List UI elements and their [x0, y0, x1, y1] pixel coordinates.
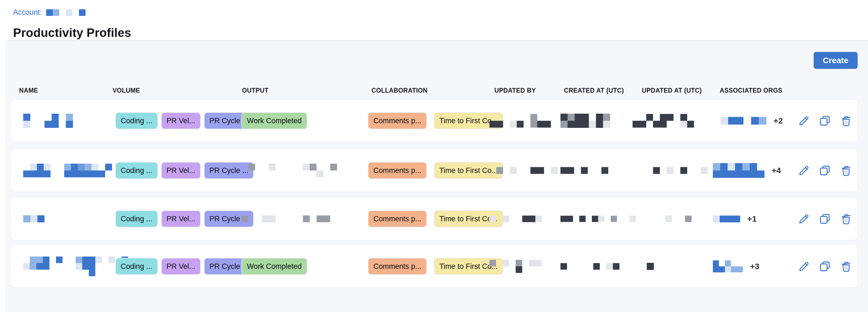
edit-button[interactable]: [797, 260, 810, 273]
created-at-redacted: [560, 216, 636, 222]
volume-metric-badge: PR Vel...: [161, 258, 201, 275]
delete-button[interactable]: [840, 114, 853, 127]
productivity-profiles-page: Account: Productivity Profiles Create NA…: [0, 0, 868, 312]
output-redacted: [242, 216, 330, 222]
account-name-redacted-blocks: [46, 9, 86, 16]
updated-by-cell: [490, 114, 551, 128]
duplicate-button[interactable]: [818, 260, 831, 273]
pencil-icon: [797, 260, 810, 273]
copy-icon: [818, 212, 831, 225]
profile-name-redacted: [23, 164, 112, 177]
updated-by-cell: [490, 216, 549, 222]
trash-icon: [840, 114, 853, 127]
orgs-more-count: +4: [772, 166, 781, 175]
duplicate-button[interactable]: [818, 114, 831, 127]
pencil-icon: [797, 212, 810, 225]
updated-by-redacted: [490, 260, 542, 273]
profile-name[interactable]: [23, 215, 44, 222]
associated-orgs-cell: +3: [713, 260, 759, 272]
created-at-cell: [560, 216, 636, 222]
duplicate-button[interactable]: [818, 212, 831, 225]
updated-at-cell: [632, 216, 705, 222]
edit-button[interactable]: [797, 114, 810, 127]
volume-metric-badge: Coding ...: [115, 210, 158, 227]
delete-button[interactable]: [840, 164, 853, 177]
duplicate-button[interactable]: [818, 164, 831, 177]
output-metric-badge: Work Completed: [242, 258, 307, 275]
column-header-name: NAME: [19, 87, 38, 94]
trash-icon: [840, 212, 853, 225]
copy-icon: [818, 114, 831, 127]
associated-orgs-redacted: [713, 216, 740, 222]
account-label: Account:: [13, 8, 42, 17]
volume-metric-badge: Coding ...: [115, 112, 158, 129]
collaboration-badges: Comments p...Time to First Co...: [368, 162, 503, 179]
copy-icon: [818, 260, 831, 273]
profile-name-redacted: [23, 256, 128, 276]
updated-at-cell: [632, 263, 654, 270]
updated-at-redacted: [632, 263, 654, 270]
page-title: Productivity Profiles: [13, 26, 131, 40]
updated-by-cell: [490, 260, 542, 273]
column-header-updated-by: UPDATED BY: [494, 87, 536, 94]
created-at-redacted: [560, 263, 619, 270]
updated-at-redacted: [632, 167, 708, 174]
volume-metric-badge: Coding ...: [115, 258, 158, 275]
pencil-icon: [797, 114, 810, 127]
volume-metric-badge: PR Vel...: [161, 112, 201, 129]
profile-name[interactable]: [23, 164, 112, 177]
column-header-created-at-utc: CREATED AT (UTC): [564, 87, 624, 94]
updated-at-cell: [632, 114, 694, 128]
updated-by-redacted: [490, 167, 558, 174]
collaboration-badges: Comments p...Time to First Co...: [368, 112, 503, 129]
created-at-cell: [560, 167, 608, 174]
account-name-redacted: [46, 9, 86, 16]
column-header-volume: VOLUME: [113, 87, 140, 94]
created-at-redacted: [560, 167, 608, 174]
updated-by-redacted: [490, 216, 549, 222]
profile-name[interactable]: [23, 114, 73, 128]
output-metric-badge: Work Completed: [242, 112, 307, 129]
delete-button[interactable]: [840, 260, 853, 273]
column-header-associated-orgs: ASSOCIATED ORGS: [720, 87, 782, 94]
updated-by-cell: [490, 167, 558, 174]
updated-at-redacted: [632, 216, 705, 222]
associated-orgs-cell: +2: [713, 116, 783, 125]
updated-at-cell: [632, 167, 708, 174]
collaboration-badges: Comments p...Time to First Co...: [368, 258, 503, 275]
updated-at-redacted: [632, 114, 694, 128]
table-row: Coding ...PR Vel...PR Cycle ...Work Comp…: [11, 245, 858, 287]
table-row: Coding ...PR Vel...PR Cycle ...Comments …: [11, 150, 858, 191]
collaboration-metric-badge: Comments p...: [368, 258, 427, 275]
collaboration-metric-badge: Comments p...: [368, 112, 427, 129]
edit-button[interactable]: [797, 164, 810, 177]
collaboration-metric-badge: Comments p...: [368, 210, 427, 227]
copy-icon: [818, 164, 831, 177]
associated-orgs-cell: +4: [713, 163, 781, 178]
volume-metric-badge: PR Vel...: [161, 210, 201, 227]
associated-orgs-cell: +1: [713, 214, 756, 223]
column-header-collaboration: COLLABORATION: [371, 87, 428, 94]
table-row: Coding ...PR Vel...PR Cycle ...Work Comp…: [11, 100, 858, 142]
volume-badges: Coding ...PR Vel...PR Cycle ...: [115, 162, 254, 179]
output-cell: [242, 216, 330, 222]
associated-orgs-redacted: [713, 260, 743, 272]
column-header-updated-at-utc: UPDATED AT (UTC): [642, 87, 702, 94]
create-button[interactable]: Create: [814, 52, 858, 69]
profile-name-redacted: [23, 114, 73, 128]
trash-icon: [840, 260, 853, 273]
created-at-cell: [560, 263, 619, 270]
volume-badges: Coding ...PR Vel...PR Cycle ...: [115, 112, 254, 129]
profile-name[interactable]: [23, 256, 128, 276]
edit-button[interactable]: [797, 212, 810, 225]
delete-button[interactable]: [840, 212, 853, 225]
table-row: Coding ...PR Vel...PR Cycle ...Comments …: [11, 198, 858, 240]
created-at-cell: [560, 114, 610, 128]
profile-name-redacted: [23, 215, 44, 222]
volume-badges: Coding ...PR Vel...PR Cycle ...: [115, 210, 254, 227]
account-breadcrumb-link[interactable]: Account:: [13, 8, 86, 17]
volume-metric-badge: PR Vel...: [161, 162, 201, 179]
orgs-more-count: +3: [750, 262, 759, 271]
volume-badges: Coding ...PR Vel...PR Cycle ...: [115, 258, 254, 275]
column-header-output: OUTPUT: [242, 87, 269, 94]
